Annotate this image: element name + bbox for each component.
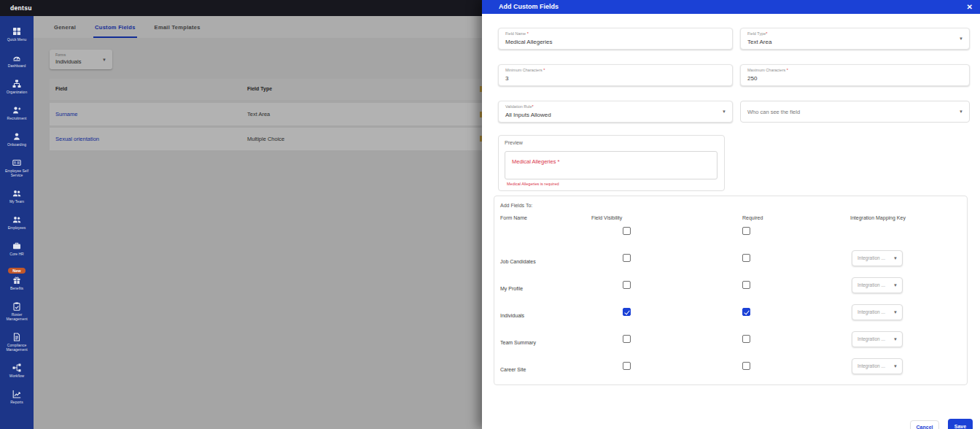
sidebar-item-my-team[interactable]: My Team: [0, 189, 34, 204]
grid-icon: [12, 27, 21, 36]
who-can-see-field-select[interactable]: Who can see the field ▼: [740, 101, 970, 123]
integration-mapping-placeholder: Integration ...: [858, 332, 885, 347]
form-name-label: Individuals: [500, 313, 524, 318]
add-fields-row-team-summary: Team SummaryIntegration ...▼: [494, 332, 967, 359]
field-visibility-checkbox[interactable]: [623, 254, 631, 262]
maximum-characters-input[interactable]: Maximum Characters *250: [740, 64, 970, 86]
field-visibility-checkbox[interactable]: [623, 362, 631, 370]
sidebar-item-benefits[interactable]: NewBenefits: [0, 268, 34, 290]
integration-mapping-select[interactable]: Integration ...▼: [852, 304, 903, 320]
modal-header: Add Custom Fields ✕: [482, 0, 980, 14]
field-type-select[interactable]: Field Type*Text Area ▼: [740, 28, 970, 50]
preview-label: Preview: [505, 140, 523, 145]
close-icon[interactable]: ✕: [967, 0, 973, 14]
briefcase-icon: [12, 241, 21, 250]
column-header-required: Required: [742, 215, 763, 220]
modal-scrim[interactable]: [34, 16, 482, 429]
chevron-down-icon: ▼: [893, 364, 898, 368]
sidebar-item-recruitment[interactable]: Recruitment: [0, 106, 34, 120]
sidebar-item-label: Employees: [8, 225, 26, 230]
id-card-icon: [12, 158, 21, 167]
person-add-icon: [12, 106, 21, 115]
field-value: 3: [505, 75, 508, 82]
field-label: Field Type*: [747, 31, 767, 36]
minimum-characters-input[interactable]: Minimum Characters *3: [498, 64, 733, 86]
preview-error-text: Medical Allegeries is required: [507, 182, 559, 186]
integration-mapping-select[interactable]: Integration ...▼: [852, 358, 903, 374]
save-button[interactable]: Save: [948, 419, 973, 429]
document-icon: [12, 333, 21, 341]
required-checkbox[interactable]: [742, 281, 750, 289]
field-visibility-checkbox-checked[interactable]: [623, 308, 631, 316]
preview-card: Preview Medical Allegeries * Medical All…: [498, 135, 725, 191]
chevron-down-icon: ▼: [893, 283, 898, 287]
preview-field-box[interactable]: Medical Allegeries *: [505, 151, 718, 179]
sidebar-item-organization[interactable]: Organization: [0, 80, 34, 94]
line-chart-icon: [12, 390, 21, 398]
integration-mapping-select[interactable]: Integration ...▼: [852, 277, 903, 293]
form-name-label: Team Summary: [500, 340, 536, 345]
integration-mapping-select[interactable]: Integration ...▼: [852, 250, 903, 266]
column-header-integration-mapping-key: Integration Mapping Key: [850, 215, 906, 220]
required-checkbox[interactable]: [742, 227, 750, 235]
column-header-form-name: Form Name: [500, 215, 527, 220]
required-checkbox[interactable]: [742, 362, 750, 370]
add-fields-row-job-candidates: Job CandidatesIntegration ...▼: [494, 251, 967, 278]
workflow-icon: [12, 363, 21, 372]
sidebar-item-onboarding[interactable]: Onboarding: [0, 132, 34, 147]
sidebar-item-compliance-management[interactable]: Compliance Management: [0, 333, 34, 352]
integration-mapping-placeholder: Integration ...: [858, 251, 885, 266]
add-fields-to-card: Add Fields To: Form Name Field Visibilit…: [494, 196, 968, 385]
chevron-down-icon: ▼: [893, 310, 898, 314]
sidebar-item-label: Benefits: [10, 286, 23, 290]
integration-mapping-placeholder: Integration ...: [858, 359, 885, 374]
field-label: Field Name *: [505, 31, 529, 36]
field-value: All Inputs Allowed: [505, 112, 551, 118]
gift-icon: [12, 276, 21, 285]
sidebar-item-reports[interactable]: Reports: [0, 390, 34, 404]
field-value: Text Area: [747, 39, 771, 45]
cancel-button[interactable]: Cancel: [910, 420, 939, 429]
sidebar-item-label: My Team: [9, 199, 24, 204]
add-fields-row-individuals: IndividualsIntegration ...▼: [494, 305, 967, 332]
column-header-field-visibility: Field Visibility: [591, 215, 622, 220]
required-checkbox[interactable]: [742, 254, 750, 262]
sidebar-item-core-hr[interactable]: Core HR: [0, 241, 34, 256]
sidebar-item-label: Reports: [10, 400, 23, 404]
sidebar-item-label: Roster Management: [1, 312, 33, 321]
sidebar-item-label: Employee Self Service: [1, 169, 33, 177]
people-icon: [12, 189, 21, 198]
sidebar-item-label: Recruitment: [7, 116, 27, 120]
form-name-label: My Profile: [500, 286, 523, 291]
integration-mapping-placeholder: Integration ...: [858, 278, 885, 293]
field-name-input[interactable]: Field Name *Medical Allegeries: [498, 28, 733, 50]
modal-title: Add Custom Fields: [499, 0, 559, 14]
field-label: Validation Rule*: [505, 104, 534, 109]
sidebar-item-employees[interactable]: Employees: [0, 215, 34, 230]
sidebar-item-dashboard[interactable]: Dashboard: [0, 53, 34, 68]
validation-rule-select[interactable]: Validation Rule*All Inputs Allowed ▼: [498, 101, 733, 123]
field-visibility-checkbox[interactable]: [623, 227, 631, 235]
field-visibility-checkbox[interactable]: [623, 281, 631, 289]
form-name-label: Career Site: [500, 367, 526, 372]
add-fields-row-my-profile: My ProfileIntegration ...▼: [494, 278, 967, 305]
sidebar-item-roster-management[interactable]: Roster Management: [0, 302, 34, 321]
chevron-down-icon: ▼: [959, 109, 963, 114]
integration-mapping-select[interactable]: Integration ...▼: [852, 331, 903, 347]
required-checkbox[interactable]: [742, 335, 750, 343]
add-fields-row-select-all: [494, 224, 967, 251]
sidebar-item-label: Dashboard: [8, 63, 26, 68]
sidebar-item-employee-self-service[interactable]: Employee Self Service: [0, 158, 34, 177]
sidebar-item-label: Workflow: [9, 374, 24, 378]
add-fields-row-career-site: Career SiteIntegration ...▼: [494, 359, 967, 386]
new-badge: New: [8, 268, 25, 274]
sidebar-item-quick-menu[interactable]: Quick Menu: [0, 27, 34, 42]
sidebar-item-label: Onboarding: [7, 142, 26, 147]
sidebar-item-workflow[interactable]: Workflow: [0, 363, 34, 378]
sidebar-item-label: Compliance Management: [1, 343, 33, 352]
field-visibility-checkbox[interactable]: [623, 335, 631, 343]
add-fields-to-title: Add Fields To:: [500, 203, 532, 208]
required-checkbox-checked[interactable]: [742, 308, 750, 316]
chevron-down-icon: ▼: [893, 256, 898, 260]
sidebar-item-label: Core HR: [9, 252, 23, 256]
